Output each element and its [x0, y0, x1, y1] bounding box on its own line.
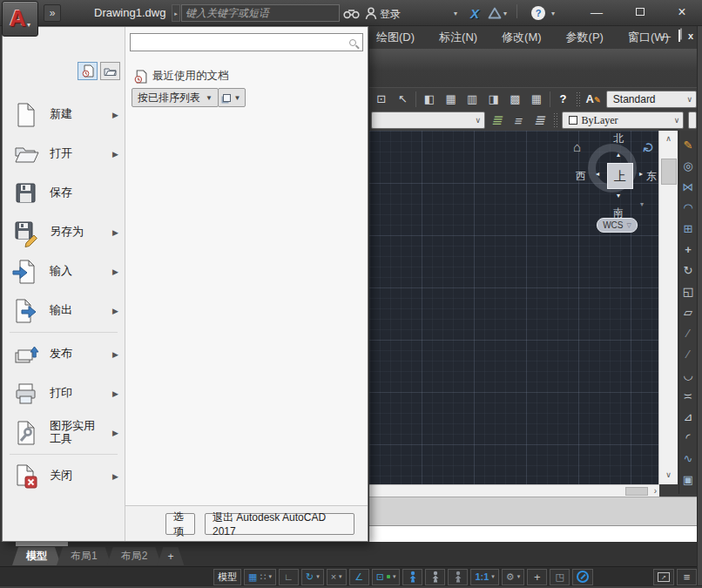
maximize-button[interactable]	[629, 3, 651, 21]
appmenu-item-print[interactable]: 打印▶	[3, 374, 125, 413]
sort-order-dropdown[interactable]: 按已排序列表 ▼	[132, 88, 219, 107]
ortho-button[interactable]: ∟	[279, 569, 299, 585]
extend-icon[interactable]: ∕	[679, 344, 697, 365]
help-icon[interactable]: ?	[531, 4, 545, 22]
appmenu-item-import[interactable]: 输入▶	[3, 252, 125, 291]
layer-properties-icon[interactable]: ≣	[488, 112, 509, 128]
linetype-combo-partial[interactable]	[688, 112, 697, 129]
scroll-right-icon[interactable]: ›	[654, 486, 657, 496]
scroll-down-icon[interactable]: ∨	[659, 470, 678, 479]
display-mode-dropdown[interactable]: ▼	[218, 88, 246, 107]
viewcube-home-icon[interactable]: ⌂	[573, 139, 581, 154]
markup-set-manager-icon[interactable]: ▩	[507, 91, 524, 108]
viewcube-orbit-icon[interactable]: ↻	[639, 140, 658, 155]
fillet-icon[interactable]: ◜	[679, 428, 697, 449]
viewcube-west[interactable]: 西	[576, 169, 586, 184]
wcs-dropdown[interactable]: WCS▽	[597, 218, 638, 233]
quickcalc-icon[interactable]: ▦	[528, 91, 545, 108]
a360-dropdown-icon[interactable]: ▾	[503, 4, 507, 22]
appmenu-item-saveas[interactable]: 另存为▶	[3, 213, 125, 252]
appmenu-item-save[interactable]: 保存	[3, 173, 125, 213]
drawing-canvas[interactable]: ⌂ ↻ 北 南 西 东 ▴ ▾ ◂ ▸ 上 ▾ WCS▽	[369, 131, 658, 484]
properties-palette-icon[interactable]: ◧	[421, 91, 438, 108]
quick-access-overflow-button[interactable]: »	[44, 4, 61, 22]
chamfer-icon[interactable]: ⊿	[679, 407, 697, 428]
sheet-set-manager-icon[interactable]: ◨	[485, 91, 503, 108]
isodraft-button[interactable]: × ▾	[327, 569, 347, 585]
model-space-button[interactable]: 模型	[213, 569, 241, 585]
clean-screen-button[interactable]: ↗	[653, 569, 674, 585]
menu-draw[interactable]: 绘图(D)	[376, 30, 415, 45]
recent-documents-toggle[interactable]	[78, 62, 98, 80]
scroll-up-icon[interactable]: ∧	[659, 134, 678, 143]
layer-previous-icon[interactable]: ≡	[509, 113, 529, 128]
viewcube-right-arrow-icon[interactable]: ▸	[639, 170, 643, 178]
close-button[interactable]: ×	[671, 3, 693, 21]
polar-tracking-button[interactable]: ↻ ▾	[301, 569, 324, 585]
appmenu-item-publish[interactable]: 发布▶	[3, 335, 125, 374]
workspace-switching-button[interactable]: ⚙ ▾	[502, 569, 524, 585]
horizontal-scrollbar[interactable]: ›	[369, 484, 659, 497]
object-snap-button[interactable]: ⊡ ▾	[372, 569, 401, 585]
annotation-scale-sync-button[interactable]	[448, 569, 468, 585]
appmenu-search-input[interactable]	[131, 35, 349, 50]
viewcube-down-arrow-icon[interactable]: ▾	[617, 192, 620, 199]
viewcube-menu-icon[interactable]: ▾	[640, 200, 644, 208]
tool-palettes-icon[interactable]: ▥	[463, 91, 481, 108]
doc-minimize-button[interactable]: —	[661, 30, 671, 41]
zoom-previous-icon[interactable]: ↖	[395, 91, 412, 108]
menu-parametric[interactable]: 参数(P)	[566, 30, 604, 45]
viewcube-east[interactable]: 东	[646, 169, 657, 184]
help-dropdown-icon[interactable]: ▾	[551, 4, 555, 22]
copy-icon[interactable]: ◎	[679, 156, 697, 177]
annotation-scale-button[interactable]: 1:1 ▾	[470, 569, 498, 585]
command-input-line[interactable]	[369, 525, 697, 544]
help-search-input[interactable]	[181, 4, 340, 22]
scale-icon[interactable]: ◱	[679, 281, 697, 302]
application-menu-button[interactable]: A ▾	[2, 1, 38, 37]
blend-curves-icon[interactable]: ∿	[679, 449, 697, 470]
text-style-icon[interactable]: A✎	[584, 91, 602, 108]
offset-icon[interactable]: ◠	[679, 198, 697, 219]
vertical-scrollbar[interactable]: ∧ ∨	[658, 131, 678, 484]
a360-icon[interactable]	[488, 4, 502, 22]
annotation-autoscale-button[interactable]	[425, 569, 445, 585]
search-binoculars-icon[interactable]	[343, 4, 360, 22]
minimize-button[interactable]: —	[585, 3, 608, 21]
viewcube-top-face[interactable]: 上	[607, 163, 633, 189]
join-icon[interactable]: ≍	[679, 386, 697, 407]
explode-icon[interactable]: ▣	[679, 470, 697, 490]
erase-icon[interactable]: ✎	[679, 135, 697, 156]
magnifier-icon[interactable]	[349, 39, 356, 46]
layer-states-icon[interactable]: ≣	[530, 112, 550, 128]
exit-button[interactable]: 退出 Autodesk AutoCAD 2017	[205, 513, 354, 535]
appmenu-item-close[interactable]: 关闭▶	[3, 456, 125, 496]
rotate-icon[interactable]: ↻	[679, 260, 697, 281]
menu-modify[interactable]: 修改(M)	[502, 30, 542, 45]
doc-restore-button[interactable]	[678, 30, 680, 41]
appmenu-item-new[interactable]: 新建▶	[3, 95, 125, 134]
search-expand-button[interactable]: ▸	[172, 4, 180, 22]
annotation-visibility-button[interactable]	[402, 569, 422, 585]
customization-plus-button[interactable]: +	[527, 569, 547, 585]
color-combo[interactable]: ByLayer ∨	[562, 112, 685, 129]
tab-layout2[interactable]: 布局2	[107, 547, 162, 565]
toolbar-help-icon[interactable]: ?	[555, 91, 572, 108]
trim-icon[interactable]: ∕	[679, 323, 697, 344]
vertical-scroll-thumb[interactable]	[661, 159, 677, 185]
options-button[interactable]: 选项	[165, 513, 195, 535]
text-style-combo[interactable]: Standard ∨	[606, 91, 697, 108]
toolbar-grip[interactable]	[576, 91, 580, 107]
appmenu-item-drawing-utilities[interactable]: 图形实用工具▶	[3, 413, 125, 452]
horizontal-scroll-thumb[interactable]	[625, 487, 648, 496]
grid-snap-button[interactable]: ▦ ∷ ▾	[244, 569, 276, 585]
graphics-performance-button[interactable]	[572, 569, 593, 585]
viewcube-north[interactable]: 北	[613, 132, 624, 146]
menu-dimension[interactable]: 标注(N)	[439, 30, 477, 45]
doc-close-button[interactable]: x	[688, 30, 693, 41]
mirror-icon[interactable]: ⋈	[679, 177, 697, 198]
appmenu-item-export[interactable]: 输出▶	[3, 291, 125, 330]
array-icon[interactable]: ⊞	[679, 219, 697, 240]
properties-toolbar-grip[interactable]	[553, 112, 557, 128]
tab-model[interactable]: 模型	[12, 547, 61, 565]
